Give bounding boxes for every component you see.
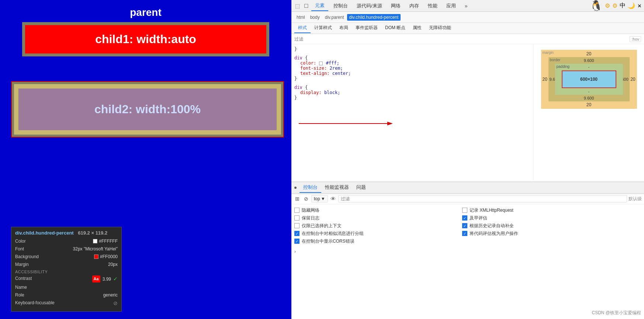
styles-tab-accessibility[interactable]: 无障碍功能 [425,23,455,33]
console-option-4: 仅限已选择的上下文 [294,223,461,229]
right-panel: ⬚ ☐ 元素 控制台 源代码/来源 网络 内存 性能 应用 » 🐧 ⚙ ⚙ 中 … [291,0,644,319]
bm-margin-top: 20 [586,51,591,56]
child2: child2: width:100% [26,96,269,123]
more-tabs-icon[interactable]: » [463,2,470,10]
styles-tab-listeners[interactable]: 事件监听器 [352,23,381,33]
breadcrumb-html[interactable]: html [294,14,307,21]
checkbox-selected-context[interactable] [294,223,300,228]
bm-padding-label: padding [557,65,570,69]
contrast-aa-badge: Aa [92,275,100,282]
cursor-icon[interactable]: ⬚ [294,2,301,10]
styles-right: margin 20 20 20 20 border 9.600 9.600 9.… [533,44,644,181]
no-keyboard-icon: ⊘ [113,299,118,307]
styles-tab-dom-breakpoints[interactable]: DOM 断点 [381,23,409,33]
hov-badge[interactable]: :hov [630,36,641,42]
console-area: 控制台 性能监视器 问题 ⊞ ⊘ top ▼ 👁 默认级 隐藏网络 记录 XM [291,181,644,319]
checkbox-preserve-log[interactable] [294,215,300,221]
tooltip-row-keyboard: Keyboard-focusable ⊘ [15,299,118,307]
tab-application[interactable]: 应用 [443,1,460,11]
devtools-toolbar: ⬚ ☐ 元素 控制台 源代码/来源 网络 内存 性能 应用 » 🐧 ⚙ ⚙ 中 … [291,0,644,12]
styles-tab-styles[interactable]: 样式 [294,23,311,33]
breadcrumb-bar: html body div.parent div.child.hundred-p… [291,12,644,23]
console-top-btn[interactable]: top ▼ [311,195,328,202]
checkbox-eager-eval[interactable] [462,215,467,221]
console-eye-icon[interactable]: 👁 [329,195,337,202]
arrow-area [291,118,533,129]
gear-icon[interactable]: ⚙ [605,2,610,9]
css-block-div1: div { color: #fff; font-size: 2rem; text… [294,55,530,81]
console-tab-issues[interactable]: 问题 [353,183,370,193]
checkbox-treat-eval-as-user[interactable] [462,231,467,236]
breadcrumb-parent[interactable]: div.parent [323,14,346,21]
bm-border-bottom: 9.600 [584,96,594,100]
svg-marker-1 [387,122,393,125]
filter-input[interactable] [294,37,630,42]
checkbox-history-autocomplete[interactable] [462,223,467,228]
styles-tab-computed[interactable]: 计算样式 [311,23,336,33]
tab-network[interactable]: 网络 [387,1,404,11]
bm-border-label: border [550,58,561,62]
console-option-3: 及早评估 [462,215,629,221]
element-tooltip: div.child.hundred-percent 619.2 × 119.2 … [11,227,122,312]
styles-left: } div { color: #fff; font-size: 2rem; [291,44,533,181]
tab-memory[interactable]: 内存 [406,1,423,11]
console-option-0: 隐藏网络 [294,207,461,214]
child1: child1: width:auto [25,25,266,53]
watermark: CSDN @铁里小宝爱编程 [592,310,641,316]
checkbox-log-xmlhttp[interactable] [462,208,467,213]
console-options: 隐藏网络 记录 XMLHttpRequest 保留日志 及早评估 仅限已选择的上… [291,204,644,247]
console-dot [294,187,297,189]
settings-icon[interactable]: ⚙ [612,2,617,9]
styles-tab-layout[interactable]: 布局 [336,23,352,33]
moon-icon[interactable]: 🌙 [628,2,635,9]
tooltip-row-color: Color #FFFFFF [15,238,118,245]
bm-padding-top: - [588,65,589,69]
console-tabs: 控制台 性能监视器 问题 [291,182,644,194]
left-panel: parent child1: width:auto child2: width:… [0,0,291,319]
css-rules: } div { color: #fff; font-size: 2rem; [291,44,533,118]
tooltip-title: div.child.hundred-percent 619.2 × 119.2 [15,230,118,236]
checkbox-group-similar[interactable] [294,231,300,236]
styles-tab-properties[interactable]: 属性 [409,23,425,33]
console-option-8: 在控制台中显示CORS错误 [294,238,461,245]
profile-icons: 🐧 ⚙ ⚙ 中 🌙 ✕ [590,0,642,12]
tab-performance[interactable]: 性能 [424,1,441,11]
inspect-icon[interactable]: ☐ [302,2,310,10]
console-tab-console[interactable]: 控制台 [300,183,321,193]
console-tab-perf[interactable]: 性能监视器 [321,183,353,193]
bm-margin-right: 20 [630,77,635,82]
color-preview-white [319,62,323,65]
console-sidebar-icon[interactable]: ⊞ [294,195,301,202]
console-clear-icon[interactable]: ⊘ [302,195,310,202]
tooltip-row-name: Name [15,284,118,291]
red-arrow-svg [299,120,395,127]
tooltip-row-bg: Background #FF0000 [15,253,118,260]
console-toolbar: ⊞ ⊘ top ▼ 👁 默认级 [291,194,644,204]
console-default-label: 默认级 [629,196,642,202]
breadcrumb-body[interactable]: body [308,14,322,21]
checkbox-hide-network[interactable] [294,208,300,213]
styles-content-area: } div { color: #fff; font-size: 2rem; [291,44,644,181]
tab-console[interactable]: 控制台 [330,1,352,11]
bm-margin-bottom: 20 [586,102,591,107]
console-option-7: 将代码评估视为用户操作 [462,230,629,237]
accessibility-section-label: ACCESSIBILITY [15,270,118,274]
console-filter-input[interactable] [338,195,627,202]
close-panel-icon[interactable]: ✕ [637,3,642,9]
child2-inner: child2: width:100% [14,84,281,135]
color-swatch-red [94,254,98,259]
breadcrumb-child[interactable]: div.child.hundred-percent [347,14,401,21]
child2-outer: child2: width:100% [11,81,284,138]
tab-sources[interactable]: 源代码/来源 [353,1,386,11]
console-more[interactable]: › [291,247,644,256]
bm-border-top: 9.600 [584,58,594,63]
bm-padding-bottom: - [588,90,589,94]
tab-elements[interactable]: 元素 [311,1,328,11]
color-swatch-white [93,239,97,243]
lang-label: 中 [620,2,626,10]
bm-margin-label: margin [543,51,554,55]
styles-tabs: 样式 计算样式 布局 事件监听器 DOM 断点 属性 无障碍功能 [291,23,644,34]
tooltip-row-margin: Margin 20px [15,261,118,268]
checkbox-cors-errors[interactable] [294,239,300,244]
css-block-close: } [294,46,530,52]
